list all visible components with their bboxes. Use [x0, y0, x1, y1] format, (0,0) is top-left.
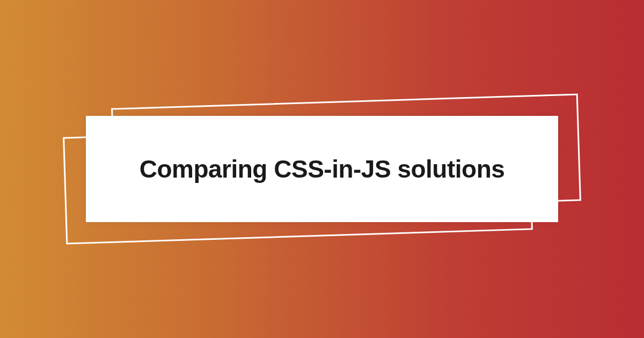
title-card: Comparing CSS-in-JS solutions: [86, 116, 558, 222]
card-wrapper: Comparing CSS-in-JS solutions: [86, 116, 558, 222]
page-title: Comparing CSS-in-JS solutions: [107, 155, 537, 183]
gradient-background: Comparing CSS-in-JS solutions: [0, 0, 644, 338]
